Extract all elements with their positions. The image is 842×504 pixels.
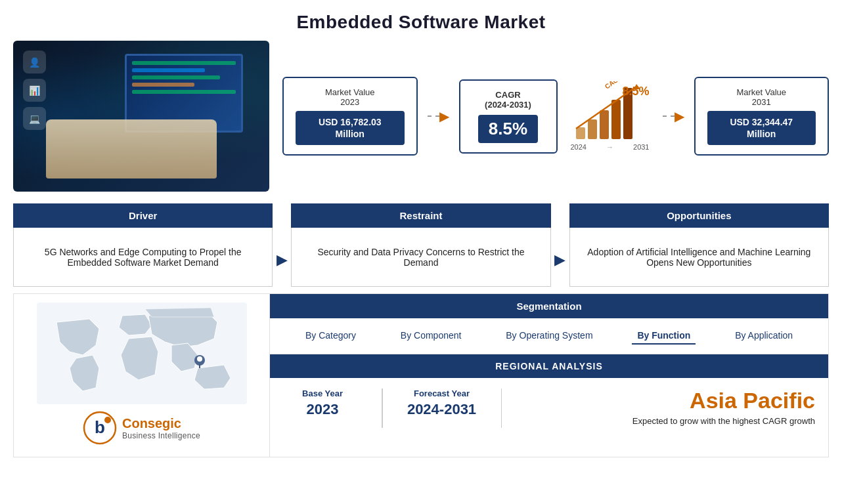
cagr-chart: CAGR 8.5% 2024 → 2031 bbox=[567, 81, 653, 151]
opportunities-body: Adoption of Artificial Intelligence and … bbox=[569, 228, 829, 287]
driver-item: Driver 5G Networks and Edge Computing to… bbox=[13, 203, 273, 287]
seg-tab-os[interactable]: By Operating System bbox=[500, 327, 598, 345]
screen-line-1 bbox=[132, 61, 236, 65]
base-year-value: 2023 bbox=[307, 401, 339, 418]
page-title: Embedded Software Market bbox=[0, 0, 842, 41]
svg-rect-0 bbox=[576, 127, 585, 139]
map-area bbox=[30, 301, 254, 406]
cagr-card: CAGR (2024-2031) 8.5% bbox=[459, 79, 558, 154]
restraint-arrow-icon: ▶ bbox=[551, 232, 569, 287]
bottom-section: b Consegic Business Intelligence Segment… bbox=[13, 293, 829, 457]
top-section: 👤 📊 💻 Market Value 2023 USD 16,782.03 Mi… bbox=[0, 41, 842, 198]
cagr-label: CAGR bbox=[475, 90, 542, 100]
svg-rect-2 bbox=[600, 110, 609, 139]
float-icon-3: 💻 bbox=[23, 107, 46, 130]
segmentation-header: Segmentation bbox=[270, 294, 828, 318]
seg-tab-category[interactable]: By Category bbox=[300, 327, 361, 345]
cagr-years: (2024-2031) bbox=[475, 100, 542, 110]
mv2023-label: Market Value 2023 bbox=[296, 87, 405, 107]
connector-1: ▶ bbox=[428, 108, 449, 124]
logo-text: Consegic Business Intelligence bbox=[122, 416, 200, 440]
driver-arrow-icon: ▶ bbox=[273, 232, 291, 287]
svg-text:b: b bbox=[95, 417, 105, 437]
world-map-svg bbox=[37, 303, 247, 404]
keyboard-decoration bbox=[46, 119, 217, 178]
screen-line-2 bbox=[132, 68, 205, 72]
logo-name: Consegic bbox=[122, 416, 200, 431]
driver-body: 5G Networks and Edge Computing to Propel… bbox=[13, 228, 273, 287]
cagr-value: 8.5% bbox=[478, 115, 538, 143]
regional-header: REGIONAL ANALYSIS bbox=[270, 354, 828, 378]
logo-subtitle: Business Intelligence bbox=[122, 431, 200, 440]
seg-tab-application[interactable]: By Application bbox=[730, 327, 798, 345]
regional-body: Base Year 2023 Forecast Year 2024-2031 A… bbox=[270, 378, 828, 438]
forecast-year-label: Forecast Year bbox=[414, 388, 470, 398]
market-value-2023-card: Market Value 2023 USD 16,782.03 Million bbox=[282, 77, 418, 156]
mv2031-label: Market Value 2031 bbox=[707, 87, 816, 107]
stats-row: Market Value 2023 USD 16,782.03 Million … bbox=[282, 77, 829, 156]
year-end: 2031 bbox=[633, 143, 649, 151]
forecast-year-col: Forecast Year 2024-2031 bbox=[403, 388, 481, 418]
logo-icon-svg: b bbox=[83, 411, 117, 445]
opportunities-item: Opportunities Adoption of Artificial Int… bbox=[569, 203, 829, 287]
regional-divider-1 bbox=[382, 388, 383, 428]
seg-tab-function[interactable]: By Function bbox=[632, 327, 696, 345]
svg-point-10 bbox=[197, 356, 202, 362]
bottom-right: Segmentation By Category By Component By… bbox=[269, 293, 829, 457]
bottom-left: b Consegic Business Intelligence bbox=[13, 293, 269, 457]
float-icon-2: 📊 bbox=[23, 79, 46, 102]
cagr-years-row: 2024 → 2031 bbox=[571, 143, 650, 151]
svg-rect-3 bbox=[611, 100, 621, 139]
screen-line-4 bbox=[132, 83, 194, 87]
segmentation-tabs[interactable]: By Category By Component By Operating Sy… bbox=[270, 318, 828, 354]
seg-tab-component[interactable]: By Component bbox=[395, 327, 467, 345]
restraint-item: Restraint Security and Data Privacy Conc… bbox=[291, 203, 550, 287]
screen-line-5 bbox=[132, 90, 236, 94]
dro-section: Driver 5G Networks and Edge Computing to… bbox=[13, 203, 829, 287]
opportunities-header: Opportunities bbox=[569, 203, 829, 228]
driver-header: Driver bbox=[13, 203, 273, 228]
cagr-overlay: 8.5% bbox=[622, 85, 649, 98]
svg-text:CAGR: CAGR bbox=[603, 81, 623, 91]
base-year-col: Base Year 2023 bbox=[283, 388, 362, 418]
floating-icons: 👤 📊 💻 bbox=[23, 51, 46, 130]
float-icon-1: 👤 bbox=[23, 51, 46, 74]
connector-2: ▶ bbox=[663, 108, 684, 124]
year-start: 2024 bbox=[571, 143, 587, 151]
highlight-desc: Expected to grow with the highest CAGR g… bbox=[521, 415, 815, 427]
restraint-header: Restraint bbox=[291, 203, 550, 228]
base-year-label: Base Year bbox=[302, 388, 343, 398]
screen-line-3 bbox=[132, 75, 220, 79]
mv2023-value: USD 16,782.03 Million bbox=[296, 111, 405, 145]
logo-area: b Consegic Business Intelligence bbox=[83, 406, 200, 450]
mv2031-value: USD 32,344.47 Million bbox=[707, 111, 816, 145]
logo-name-orange: Consegic bbox=[122, 416, 181, 430]
forecast-year-value: 2024-2031 bbox=[407, 401, 476, 418]
svg-rect-1 bbox=[588, 119, 597, 139]
market-value-2031-card: Market Value 2031 USD 32,344.47 Million bbox=[694, 77, 830, 156]
hero-image: 👤 📊 💻 bbox=[13, 41, 269, 192]
cagr-pct-label: 8.5% bbox=[622, 85, 649, 98]
restraint-body: Security and Data Privacy Concerns to Re… bbox=[291, 228, 550, 287]
svg-point-14 bbox=[104, 417, 111, 423]
regional-divider-2 bbox=[501, 388, 502, 428]
regional-highlight: Asia Pacific Expected to grow with the h… bbox=[521, 388, 815, 428]
highlight-region: Asia Pacific bbox=[521, 388, 815, 413]
